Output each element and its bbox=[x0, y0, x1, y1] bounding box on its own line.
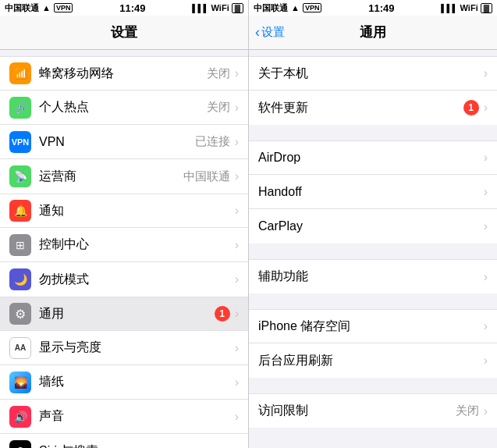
chevron-icon: › bbox=[235, 272, 239, 286]
left-vpn-badge: VPN bbox=[54, 3, 73, 12]
right-carrier: 中国联通 bbox=[254, 2, 288, 14]
storage-item[interactable]: iPhone 储存空间 › bbox=[249, 309, 497, 343]
cellular-label: 蜂窝移动网络 bbox=[39, 66, 207, 82]
sound-icon: 🔊 bbox=[9, 406, 31, 428]
right-signal-icon: ▌▌▌ bbox=[441, 4, 457, 12]
left-wifi-icon: ▲ bbox=[42, 3, 51, 12]
list-item[interactable]: 🌄 墙纸 › bbox=[0, 365, 248, 400]
cellular-value: 关闭 bbox=[207, 66, 230, 81]
restrictions-item[interactable]: 访问限制 关闭 › bbox=[249, 393, 497, 428]
chevron-icon: › bbox=[484, 185, 488, 199]
wallpaper-label: 墙纸 bbox=[39, 374, 235, 390]
handoff-item[interactable]: Handoff › bbox=[249, 175, 497, 209]
left-panel: 中国联通 ▲ VPN 11:49 ▌▌▌ WiFi ▓ 设置 📶 蜂窝移动网络 … bbox=[0, 0, 248, 448]
chevron-icon: › bbox=[484, 151, 488, 165]
software-update-badge: 1 bbox=[463, 100, 479, 116]
left-battery-icon: ▓ bbox=[232, 3, 243, 13]
chevron-icon: › bbox=[235, 204, 239, 218]
list-item[interactable]: 📶 蜂窝移动网络 关闭 › bbox=[0, 56, 248, 91]
right-section-5: 访问限制 关闭 › bbox=[249, 393, 497, 428]
general-item[interactable]: ⚙ 通用 1 › bbox=[0, 297, 248, 331]
chevron-icon: › bbox=[235, 135, 239, 149]
right-section-3: 辅助功能 › bbox=[249, 259, 497, 293]
storage-label: iPhone 储存空间 bbox=[258, 318, 484, 335]
right-section-2: AirDrop › Handoff › CarPlay › bbox=[249, 140, 497, 244]
right-section-4: iPhone 储存空间 › 后台应用刷新 › bbox=[249, 309, 497, 378]
dnd-icon: 🌙 bbox=[9, 268, 31, 290]
section-gap bbox=[249, 378, 497, 393]
bg-refresh-label: 后台应用刷新 bbox=[258, 353, 484, 369]
chevron-icon: › bbox=[235, 169, 239, 183]
left-wifi-icon2: WiFi bbox=[211, 3, 229, 12]
list-item[interactable]: S Siri 与搜索 › bbox=[0, 434, 248, 448]
list-item[interactable]: VPN VPN 已连接 › bbox=[0, 125, 248, 159]
left-section-3: ⚙ 通用 1 › AA 显示与亮度 › 🌄 墙纸 › 🔊 声音 › bbox=[0, 297, 248, 448]
restrictions-value: 关闭 bbox=[456, 404, 479, 418]
hotspot-label: 个人热点 bbox=[39, 99, 207, 116]
general-badge: 1 bbox=[215, 306, 230, 322]
control-label: 控制中心 bbox=[39, 236, 235, 253]
chevron-icon: › bbox=[484, 101, 488, 115]
chevron-icon: › bbox=[235, 341, 239, 355]
list-item[interactable]: ⊞ 控制中心 › bbox=[0, 228, 248, 262]
left-section-2: 🔔 通知 › ⊞ 控制中心 › 🌙 勿扰模式 › bbox=[0, 194, 248, 297]
carrier-value: 中国联通 bbox=[183, 169, 230, 184]
list-item[interactable]: 关于本机 › bbox=[249, 56, 497, 91]
list-item[interactable]: 🔊 声音 › bbox=[0, 400, 248, 434]
left-section-1: 📶 蜂窝移动网络 关闭 › 🔗 个人热点 关闭 › VPN VPN 已连接 › … bbox=[0, 50, 248, 194]
chevron-icon: › bbox=[484, 219, 488, 233]
list-item[interactable]: 🔔 通知 › bbox=[0, 194, 248, 228]
left-nav-title: 设置 bbox=[111, 23, 137, 41]
right-status-bar: 中国联通 ▲ VPN 11:49 ▌▌▌ WiFi ▓ bbox=[249, 0, 497, 16]
right-time: 11:49 bbox=[368, 2, 394, 14]
list-item[interactable]: AA 显示与亮度 › bbox=[0, 331, 248, 365]
accessibility-item[interactable]: 辅助功能 › bbox=[249, 259, 497, 293]
about-label: 关于本机 bbox=[258, 66, 484, 82]
airdrop-item[interactable]: AirDrop › bbox=[249, 140, 497, 175]
chevron-icon: › bbox=[484, 319, 488, 333]
vpn-icon: VPN bbox=[9, 131, 31, 153]
right-section-1: 关于本机 › 软件更新 1 › bbox=[249, 50, 497, 125]
section-gap bbox=[249, 244, 497, 259]
list-item[interactable]: 软件更新 1 › bbox=[249, 91, 497, 125]
chevron-icon: › bbox=[484, 66, 488, 80]
chevron-icon: › bbox=[235, 410, 239, 424]
display-icon: AA bbox=[9, 337, 31, 359]
chevron-icon: › bbox=[484, 270, 488, 284]
hotspot-value: 关闭 bbox=[207, 100, 230, 115]
list-item[interactable]: 🌙 勿扰模式 › bbox=[0, 262, 248, 297]
chevron-icon: › bbox=[235, 375, 239, 389]
wallpaper-icon: 🌄 bbox=[9, 372, 31, 393]
carplay-item[interactable]: CarPlay › bbox=[249, 209, 497, 244]
dnd-label: 勿扰模式 bbox=[39, 272, 235, 288]
background-refresh-item[interactable]: 后台应用刷新 › bbox=[249, 343, 497, 378]
general-icon: ⚙ bbox=[9, 303, 31, 325]
siri-icon: S bbox=[9, 440, 31, 448]
chevron-icon: › bbox=[235, 444, 239, 448]
siri-label: Siri 与搜索 bbox=[39, 443, 235, 449]
accessibility-label: 辅助功能 bbox=[258, 268, 484, 285]
chevron-icon: › bbox=[235, 66, 239, 80]
right-panel: 中国联通 ▲ VPN 11:49 ▌▌▌ WiFi ▓ ‹ 设置 通用 关于本机… bbox=[249, 0, 497, 448]
control-icon: ⊞ bbox=[9, 234, 31, 256]
general-label: 通用 bbox=[39, 306, 215, 322]
right-nav-title: 通用 bbox=[360, 23, 386, 41]
left-carrier: 中国联通 bbox=[5, 2, 39, 14]
back-chevron-icon: ‹ bbox=[255, 24, 260, 41]
section-gap bbox=[249, 293, 497, 309]
chevron-icon: › bbox=[235, 101, 239, 115]
sound-label: 声音 bbox=[39, 408, 235, 425]
display-label: 显示与亮度 bbox=[39, 340, 235, 356]
right-wifi-icon2: WiFi bbox=[460, 3, 478, 12]
hotspot-icon: 🔗 bbox=[9, 97, 31, 119]
back-button[interactable]: ‹ 设置 bbox=[255, 24, 285, 41]
carrier-icon: 📡 bbox=[9, 165, 31, 187]
chevron-icon: › bbox=[235, 238, 239, 252]
left-time: 11:49 bbox=[119, 2, 145, 14]
left-signal-icon: ▌▌▌ bbox=[192, 4, 208, 12]
carrier-label: 运营商 bbox=[39, 169, 183, 185]
list-item[interactable]: 📡 运营商 中国联通 › bbox=[0, 159, 248, 194]
cellular-icon: 📶 bbox=[9, 62, 31, 84]
list-item[interactable]: 🔗 个人热点 关闭 › bbox=[0, 91, 248, 125]
notification-label: 通知 bbox=[39, 203, 235, 219]
